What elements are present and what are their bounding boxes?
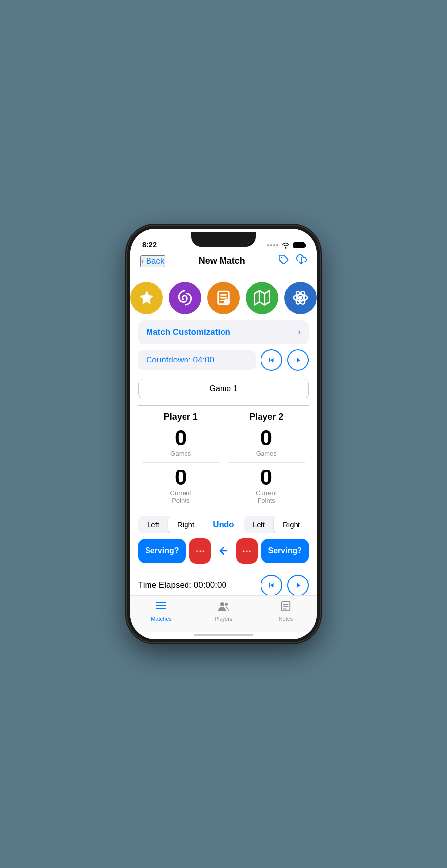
svg-marker-9 [254,291,269,305]
tab-bar: Matches Players [130,595,317,632]
player2-points-label: CurrentPoints [228,489,305,504]
player2-lr-group: Left Right [244,516,309,533]
player1-right-button[interactable]: Right [168,516,203,533]
player1-dots-button[interactable]: ··· [189,538,211,564]
player2-right-button[interactable]: Right [274,516,309,533]
svg-point-19 [220,602,224,606]
player1-games-score: 0 [142,427,220,449]
players-tab-label: Players [215,616,233,622]
svg-point-20 [225,603,228,606]
chevron-right-icon: › [298,327,301,337]
svg-rect-18 [156,608,166,609]
player1-serving-button[interactable]: Serving? [138,539,186,563]
svg-point-12 [299,296,302,299]
battery-icon [293,242,305,248]
matches-icon [155,601,167,615]
tab-notes[interactable]: Notes [255,599,317,622]
player2-dots-button[interactable]: ··· [236,538,258,564]
chevron-left-icon: ‹ [141,256,144,266]
countdown-row: Countdown: 04:00 [138,349,309,371]
countdown-play-button[interactable] [287,349,309,371]
back-arrow-button[interactable] [215,540,232,562]
action-row: Serving? ··· ··· Serving? [138,538,309,564]
time-elapsed-row: Time Elapsed: 00:00:00 [138,571,309,595]
player1-column: Player 1 0 Games 0 CurrentPoints [138,406,224,510]
player1-games-section: 0 Games [142,427,220,463]
time-play-button[interactable] [287,575,309,595]
match-customization-row[interactable]: Match Customization › [138,320,309,344]
map-icon-btn[interactable] [246,282,278,314]
countdown-rewind-button[interactable] [261,349,282,371]
player2-points-score: 0 [228,467,305,488]
atom-icon-btn[interactable] [284,282,317,314]
dots-icon-2: ··· [242,544,251,557]
notes-tab-label: Notes [279,616,293,622]
back-button[interactable]: ‹ Back [140,255,165,267]
content-area: Match Customization › Countdown: 04:00 G… [130,274,317,595]
player2-left-button[interactable]: Left [244,516,274,533]
svg-rect-17 [156,605,166,606]
share-button[interactable] [296,254,307,268]
match-custom-label: Match Customization [146,327,230,337]
player1-points-section: 0 CurrentPoints [142,467,220,504]
player2-games-score: 0 [228,427,305,449]
tab-players[interactable]: Players [192,599,255,622]
score-area: Player 1 0 Games 0 CurrentPoints Player … [138,405,309,510]
player1-points-score: 0 [142,467,220,488]
player2-points-section: 0 CurrentPoints [228,467,305,504]
time-controls [261,575,309,595]
scorecard-icon-btn[interactable] [207,282,240,314]
player2-games-label: Games [228,450,305,457]
matches-tab-label: Matches [151,616,172,622]
nav-action-icons [278,254,307,268]
player2-games-section: 0 Games [228,427,305,463]
undo-button[interactable]: Undo [208,520,239,530]
status-time: 8:22 [142,240,157,249]
player2-column: Player 2 0 Games 0 CurrentPoints [224,406,309,510]
home-indicator [194,634,253,636]
icon-row [138,274,309,320]
game-label: Game 1 [138,379,309,398]
players-icon [217,601,230,615]
wifi-icon [281,242,290,249]
star-icon-btn[interactable] [130,282,163,314]
status-icons [267,242,305,249]
dots-icon: ··· [196,544,205,557]
tab-matches[interactable]: Matches [130,599,192,622]
controls-area: Left Right Undo Left Right Serving? ··· [138,510,309,595]
player1-left-button[interactable]: Left [138,516,168,533]
time-rewind-button[interactable] [261,575,282,595]
player1-lr-group: Left Right [138,516,203,533]
nav-bar: ‹ Back New Match [130,251,317,274]
swirl-icon-btn[interactable] [169,282,201,314]
player2-name: Player 2 [249,412,283,422]
lr-undo-row: Left Right Undo Left Right [138,516,309,533]
signal-icon [267,244,278,246]
notes-icon [280,601,291,615]
player2-serving-button[interactable]: Serving? [261,539,309,563]
tag-button[interactable] [278,254,289,268]
player1-name: Player 1 [164,412,198,422]
player1-games-label: Games [142,450,220,457]
nav-title: New Match [199,256,245,266]
player1-points-label: CurrentPoints [142,489,220,504]
svg-rect-16 [156,602,166,603]
countdown-display: Countdown: 04:00 [138,350,256,370]
back-label: Back [146,256,165,266]
time-elapsed-label: Time Elapsed: 00:00:00 [138,580,226,590]
